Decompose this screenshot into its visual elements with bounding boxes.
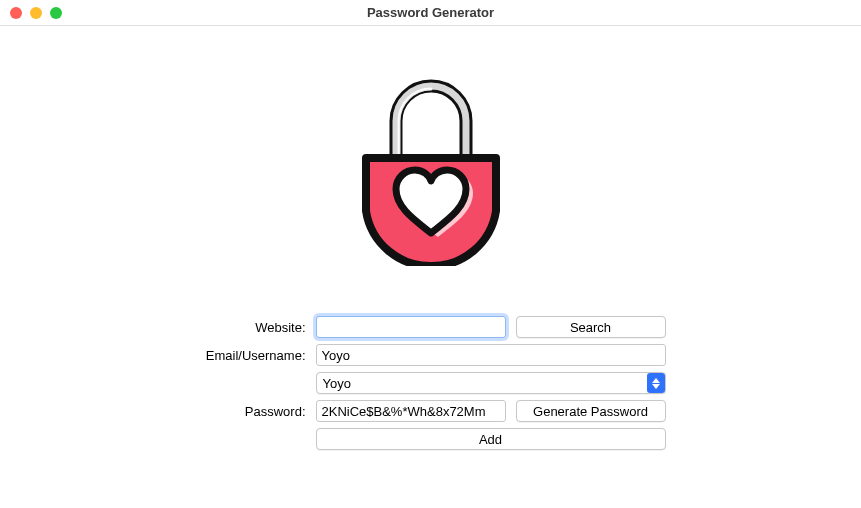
app-logo (331, 66, 531, 266)
email-select-row: Yoyo (316, 372, 666, 394)
app-content: Website: Search Email/Username: Yoyo Pas… (0, 26, 861, 450)
chevron-up-down-icon (647, 373, 665, 393)
search-button[interactable]: Search (516, 316, 666, 338)
email-input[interactable] (316, 344, 666, 366)
window-titlebar: Password Generator (0, 0, 861, 26)
fullscreen-window-button[interactable] (50, 7, 62, 19)
password-form: Website: Search Email/Username: Yoyo Pas… (196, 316, 666, 450)
lock-heart-icon (346, 66, 516, 266)
website-row: Search (316, 316, 666, 338)
email-row (316, 344, 666, 366)
email-select[interactable]: Yoyo (316, 372, 666, 394)
email-select-value: Yoyo (323, 376, 351, 391)
window-controls (10, 7, 62, 19)
website-label: Website: (196, 320, 306, 335)
minimize-window-button[interactable] (30, 7, 42, 19)
password-label: Password: (196, 404, 306, 419)
password-row: Generate Password (316, 400, 666, 422)
add-row: Add (316, 428, 666, 450)
email-label: Email/Username: (196, 348, 306, 363)
password-input[interactable] (316, 400, 506, 422)
add-button[interactable]: Add (316, 428, 666, 450)
generate-password-button[interactable]: Generate Password (516, 400, 666, 422)
window-title: Password Generator (0, 5, 861, 20)
website-input[interactable] (316, 316, 506, 338)
close-window-button[interactable] (10, 7, 22, 19)
